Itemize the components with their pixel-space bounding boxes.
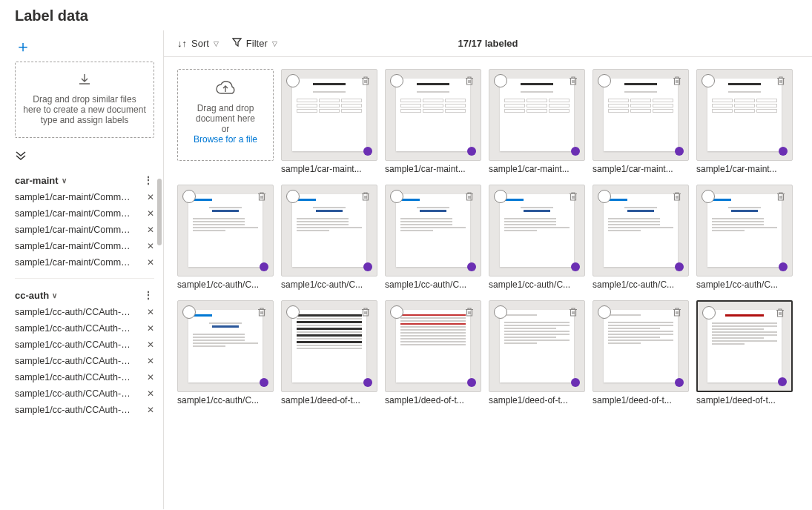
document-thumbnail[interactable] bbox=[489, 185, 585, 276]
document-thumbnail[interactable] bbox=[593, 300, 689, 392]
sidebar-dropzone[interactable]: Drag and drop similar files here to crea… bbox=[15, 62, 154, 138]
remove-file-icon[interactable]: ✕ bbox=[147, 241, 154, 251]
document-thumbnail[interactable] bbox=[281, 69, 377, 161]
document-thumbnail[interactable] bbox=[177, 300, 274, 392]
file-row[interactable]: sample1/car-maint/Comme...✕ bbox=[15, 238, 154, 254]
document-card[interactable]: sample1/car-maint... bbox=[385, 69, 481, 174]
select-checkbox[interactable] bbox=[286, 305, 300, 319]
delete-icon[interactable] bbox=[463, 74, 476, 87]
select-checkbox[interactable] bbox=[286, 74, 300, 87]
select-checkbox[interactable] bbox=[182, 190, 196, 203]
sort-button[interactable]: ↓↑ Sort ▽ bbox=[177, 38, 219, 49]
document-thumbnail[interactable] bbox=[489, 69, 585, 161]
document-card[interactable]: sample1/cc-auth/C... bbox=[385, 185, 481, 290]
document-thumbnail[interactable] bbox=[385, 185, 481, 276]
document-card[interactable]: sample1/deed-of-t... bbox=[281, 300, 377, 405]
select-checkbox[interactable] bbox=[390, 305, 403, 319]
file-row[interactable]: sample1/cc-auth/CCAuth-5....✕ bbox=[15, 369, 154, 385]
file-row[interactable]: sample1/cc-auth/CCAuth-3....✕ bbox=[15, 337, 154, 353]
more-icon[interactable]: ⋮ bbox=[143, 289, 154, 301]
file-row[interactable]: sample1/cc-auth/CCAuth-2....✕ bbox=[15, 320, 154, 337]
delete-icon[interactable] bbox=[255, 305, 268, 319]
select-checkbox[interactable] bbox=[494, 305, 507, 319]
document-card[interactable]: sample1/deed-of-t... bbox=[489, 300, 585, 405]
delete-icon[interactable] bbox=[255, 190, 268, 203]
remove-file-icon[interactable]: ✕ bbox=[147, 208, 154, 219]
document-card[interactable]: sample1/car-maint... bbox=[593, 69, 689, 174]
select-checkbox[interactable] bbox=[494, 190, 507, 203]
delete-icon[interactable] bbox=[670, 74, 684, 87]
remove-file-icon[interactable]: ✕ bbox=[147, 323, 154, 334]
delete-icon[interactable] bbox=[670, 190, 684, 203]
remove-file-icon[interactable]: ✕ bbox=[147, 257, 154, 268]
file-row[interactable]: sample1/cc-auth/CCAuth-6....✕ bbox=[15, 385, 154, 402]
select-checkbox[interactable] bbox=[494, 74, 507, 87]
file-row[interactable]: sample1/cc-auth/CCAuth-1....✕ bbox=[15, 304, 154, 320]
add-button[interactable]: ＋ bbox=[15, 38, 154, 62]
select-checkbox[interactable] bbox=[390, 190, 403, 203]
delete-icon[interactable] bbox=[359, 305, 372, 319]
delete-icon[interactable] bbox=[567, 190, 580, 203]
document-card[interactable]: sample1/car-maint... bbox=[696, 69, 793, 174]
collapse-all-button[interactable] bbox=[15, 147, 154, 170]
remove-file-icon[interactable]: ✕ bbox=[147, 356, 154, 366]
document-card[interactable]: sample1/cc-auth/C... bbox=[696, 185, 793, 290]
document-thumbnail[interactable] bbox=[385, 69, 481, 161]
select-checkbox[interactable] bbox=[702, 190, 715, 203]
document-card[interactable]: sample1/car-maint... bbox=[281, 69, 377, 174]
document-thumbnail[interactable] bbox=[385, 300, 481, 392]
file-row[interactable]: sample1/cc-auth/CCAuth-4....✕ bbox=[15, 353, 154, 369]
delete-icon[interactable] bbox=[463, 190, 476, 203]
document-thumbnail[interactable] bbox=[593, 185, 689, 276]
select-checkbox[interactable] bbox=[702, 74, 715, 87]
document-card[interactable]: sample1/deed-of-t... bbox=[696, 300, 793, 405]
remove-file-icon[interactable]: ✕ bbox=[147, 307, 154, 317]
file-row[interactable]: sample1/car-maint/Comme...✕ bbox=[15, 222, 154, 238]
select-checkbox[interactable] bbox=[702, 306, 716, 319]
document-thumbnail[interactable] bbox=[696, 185, 793, 276]
delete-icon[interactable] bbox=[670, 305, 684, 319]
remove-file-icon[interactable]: ✕ bbox=[147, 388, 154, 399]
document-thumbnail[interactable] bbox=[281, 185, 377, 276]
file-row[interactable]: sample1/car-maint/Comme...✕ bbox=[15, 189, 154, 205]
filter-button[interactable]: Filter ▽ bbox=[232, 38, 277, 49]
select-checkbox[interactable] bbox=[286, 190, 300, 203]
select-checkbox[interactable] bbox=[598, 74, 611, 87]
select-checkbox[interactable] bbox=[598, 305, 611, 319]
document-thumbnail[interactable] bbox=[177, 185, 274, 276]
document-card[interactable]: sample1/deed-of-t... bbox=[593, 300, 689, 405]
group-header[interactable]: cc-auth ∨⋮ bbox=[15, 285, 154, 304]
document-thumbnail[interactable] bbox=[489, 300, 585, 392]
file-row[interactable]: sample1/cc-auth/CCAuth-7....✕ bbox=[15, 402, 154, 418]
document-card[interactable]: sample1/cc-auth/C... bbox=[177, 300, 274, 405]
document-card[interactable]: sample1/cc-auth/C... bbox=[593, 185, 689, 290]
sidebar-scrollbar[interactable] bbox=[157, 179, 162, 245]
delete-icon[interactable] bbox=[359, 74, 372, 87]
select-checkbox[interactable] bbox=[182, 305, 196, 319]
delete-icon[interactable] bbox=[463, 305, 476, 319]
select-checkbox[interactable] bbox=[390, 74, 403, 87]
remove-file-icon[interactable]: ✕ bbox=[147, 225, 154, 235]
document-card[interactable]: sample1/cc-auth/C... bbox=[177, 185, 274, 290]
file-row[interactable]: sample1/car-maint/Comme...✕ bbox=[15, 254, 154, 271]
remove-file-icon[interactable]: ✕ bbox=[147, 340, 154, 350]
browse-file-link[interactable]: Browse for a file bbox=[184, 134, 267, 145]
document-thumbnail[interactable] bbox=[281, 300, 377, 392]
more-icon[interactable]: ⋮ bbox=[143, 174, 154, 186]
document-card[interactable]: sample1/cc-auth/C... bbox=[281, 185, 377, 290]
delete-icon[interactable] bbox=[774, 74, 788, 87]
document-card[interactable]: sample1/cc-auth/C... bbox=[489, 185, 585, 290]
delete-icon[interactable] bbox=[567, 74, 580, 87]
document-thumbnail[interactable] bbox=[696, 69, 793, 161]
select-checkbox[interactable] bbox=[598, 190, 611, 203]
delete-icon[interactable] bbox=[567, 305, 580, 319]
file-row[interactable]: sample1/car-maint/Comme...✕ bbox=[15, 205, 154, 222]
group-header[interactable]: car-maint ∨⋮ bbox=[15, 170, 154, 189]
remove-file-icon[interactable]: ✕ bbox=[147, 372, 154, 382]
delete-icon[interactable] bbox=[773, 306, 787, 319]
remove-file-icon[interactable]: ✕ bbox=[147, 192, 154, 202]
document-thumbnail[interactable] bbox=[696, 300, 793, 392]
document-card[interactable]: sample1/deed-of-t... bbox=[385, 300, 481, 405]
document-thumbnail[interactable] bbox=[593, 69, 689, 161]
remove-file-icon[interactable]: ✕ bbox=[147, 405, 154, 415]
